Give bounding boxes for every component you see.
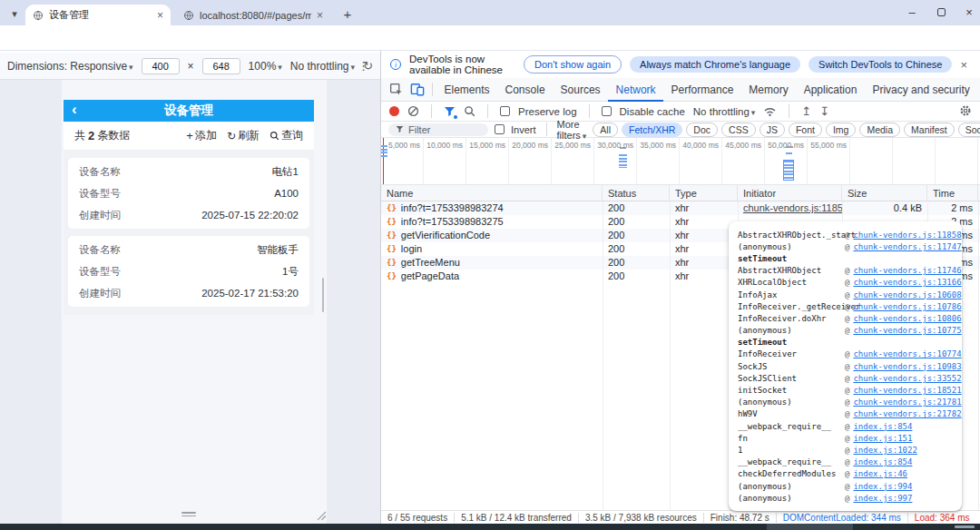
chip-fetch-xhr[interactable]: Fetch/XHR — [622, 123, 682, 137]
network-settings-gear-icon[interactable] — [959, 104, 972, 117]
column-header-type[interactable]: Type — [670, 185, 738, 201]
add-button[interactable]: +添加 — [186, 128, 217, 143]
tab-sources[interactable]: Sources — [553, 78, 608, 102]
column-header-status[interactable]: Status — [603, 185, 670, 201]
page-scrollbar[interactable] — [322, 278, 324, 312]
inspect-element-icon[interactable] — [386, 83, 407, 96]
import-har-icon[interactable]: ↥ — [801, 104, 811, 118]
dimensions-dropdown[interactable]: Dimensions: Responsive▾ — [7, 60, 133, 73]
chip-js[interactable]: JS — [760, 123, 785, 137]
stack-location-link[interactable]: chunk-vendors.js:11858 — [853, 231, 961, 240]
chip-manifest[interactable]: Manifest — [904, 123, 955, 137]
record-button[interactable] — [389, 106, 399, 116]
stack-location-link[interactable]: index.js:854 — [853, 422, 912, 431]
stack-location-link[interactable]: chunk-vendors.js:10786 — [853, 302, 961, 311]
column-header-size[interactable]: Size — [842, 185, 927, 201]
export-har-icon[interactable]: ↧ — [819, 104, 829, 118]
stack-location-link[interactable]: index.js:46 — [853, 469, 907, 478]
tab-memory[interactable]: Memory — [741, 78, 796, 102]
tab-elements[interactable]: Elements — [436, 78, 497, 102]
dont-show-again-button[interactable]: Don't show again — [524, 55, 622, 74]
tab-privacy-security[interactable]: Privacy and security — [865, 78, 977, 102]
stack-location-link[interactable]: chunk-vendors.js:10608 — [853, 290, 961, 299]
emulation-menu-icon[interactable]: ⋮ — [358, 59, 369, 73]
network-timeline-overview[interactable]: 5,000 ms 10,000 ms 15,000 ms 20,000 ms 2… — [381, 138, 980, 185]
chip-doc[interactable]: Doc — [686, 123, 718, 137]
network-conditions-icon[interactable] — [763, 105, 777, 117]
device-card[interactable]: 设备名称电钻1 设备型号A100 创建时间2025-07-15 22:20:02 — [68, 158, 309, 229]
stack-location-link[interactable]: chunk-vendors.js:10774 — [853, 349, 961, 358]
stack-location-link[interactable]: chunk-vendors.js:10806 — [853, 314, 961, 323]
close-icon[interactable]: × — [157, 9, 163, 22]
stack-location-link[interactable]: chunk-vendors.js:18521 — [853, 386, 961, 395]
invert-checkbox[interactable] — [495, 124, 505, 134]
chip-socket[interactable]: Socket — [958, 123, 980, 137]
stack-location-link[interactable]: index.js:854 — [853, 457, 912, 466]
filter-toggle-icon[interactable] — [444, 106, 456, 117]
viewport-resize-handle[interactable] — [317, 511, 327, 521]
refresh-button[interactable]: ↻刷新 — [227, 128, 260, 143]
tab-application[interactable]: Application — [796, 78, 865, 102]
stack-location-link[interactable]: chunk-vendors.js:11746 — [853, 266, 961, 275]
chip-font[interactable]: Font — [789, 123, 822, 137]
throttling-dropdown[interactable]: No throttling▾ — [290, 60, 355, 73]
query-button[interactable]: 查询 — [270, 128, 303, 143]
preserve-log-checkbox[interactable] — [500, 106, 510, 116]
tab-network[interactable]: Network — [608, 78, 663, 102]
tab-performance[interactable]: Performance — [663, 78, 741, 102]
disable-cache-checkbox[interactable] — [602, 106, 612, 116]
switch-to-chinese-button[interactable]: Switch DevTools to Chinese — [808, 56, 952, 73]
stack-location-link[interactable]: chunk-vendors.js:13166 — [853, 278, 961, 287]
timeline-tick: 5,000 ms — [381, 138, 424, 184]
stack-location-link[interactable]: chunk-vendors.js:21781 — [853, 398, 961, 407]
new-tab-button[interactable]: + — [338, 4, 358, 24]
stack-location-link[interactable]: index.js:1022 — [853, 446, 916, 455]
chip-all[interactable]: All — [593, 123, 618, 137]
request-status: 200 — [603, 201, 670, 215]
stack-location-link[interactable]: index.js:994 — [853, 482, 912, 491]
stack-location-link[interactable]: index.js:151 — [853, 434, 912, 443]
window-close-button[interactable]: × — [956, 0, 980, 24]
stack-location-link[interactable]: chunk-vendors.js:10983 — [853, 362, 961, 371]
stack-location-link[interactable]: chunk-vendors.js:11747 — [853, 242, 961, 251]
chip-img[interactable]: Img — [826, 123, 857, 137]
stack-location-link[interactable]: index.js:997 — [853, 494, 912, 503]
browser-tab-inactive[interactable]: localhost:8080/#/pages/men × — [176, 5, 330, 25]
stack-location-link[interactable]: chunk-vendors.js:33552 — [853, 374, 961, 383]
tab-console[interactable]: Console — [497, 78, 553, 102]
maximize-icon — [937, 8, 946, 16]
search-icon[interactable] — [464, 105, 475, 117]
device-card[interactable]: 设备名称智能板手 设备型号1号 创建时间2025-02-17 21:53:20 — [68, 236, 309, 307]
clear-log-icon[interactable] — [407, 105, 419, 117]
viewport-drag-handle[interactable] — [181, 512, 196, 518]
column-header-initiator[interactable]: Initiator — [738, 185, 842, 201]
card-row: 设备型号1号 — [79, 260, 299, 282]
zoom-dropdown[interactable]: 100%▾ — [249, 60, 282, 73]
network-throttling-dropdown[interactable]: No throttling▾ — [693, 106, 756, 117]
request-status: 200 — [603, 242, 670, 256]
column-header-time[interactable]: Time — [927, 185, 978, 201]
tab-search-button[interactable]: ▾ — [5, 5, 24, 23]
back-chevron-icon[interactable]: ‹ — [72, 101, 77, 119]
chip-css[interactable]: CSS — [721, 123, 756, 137]
viewport-height-input[interactable] — [202, 58, 240, 74]
device-toolbar-toggle-icon[interactable] — [407, 83, 428, 96]
browser-tab-active[interactable]: 设备管理 × — [25, 5, 171, 25]
close-icon[interactable]: × — [960, 58, 971, 72]
stack-location-link[interactable]: chunk-vendors.js:21782 — [853, 409, 961, 418]
stack-frame: (anonymous)@index.js:997 — [738, 492, 953, 504]
close-icon[interactable]: × — [317, 9, 323, 22]
stack-location-link[interactable]: chunk-vendors.js:10775 — [853, 326, 961, 335]
window-minimize-button[interactable]: – — [898, 0, 926, 24]
multiply-sign: × — [188, 60, 194, 73]
filter-input[interactable] — [408, 124, 481, 135]
window-maximize-button[interactable] — [927, 0, 955, 24]
viewport-width-input[interactable] — [142, 58, 180, 74]
card-row: 设备名称电钻1 — [79, 161, 299, 182]
column-header-name[interactable]: Name — [381, 185, 603, 201]
network-request-row[interactable]: {}info?t=1753398983274 200 xhr chunk-ven… — [381, 201, 980, 215]
initiator-link[interactable]: chunk-vendors.js:11858 — [743, 202, 842, 213]
chip-media[interactable]: Media — [859, 123, 900, 137]
match-language-button[interactable]: Always match Chrome's language — [630, 56, 800, 73]
more-filters-dropdown[interactable]: More filters▾ — [557, 119, 587, 141]
